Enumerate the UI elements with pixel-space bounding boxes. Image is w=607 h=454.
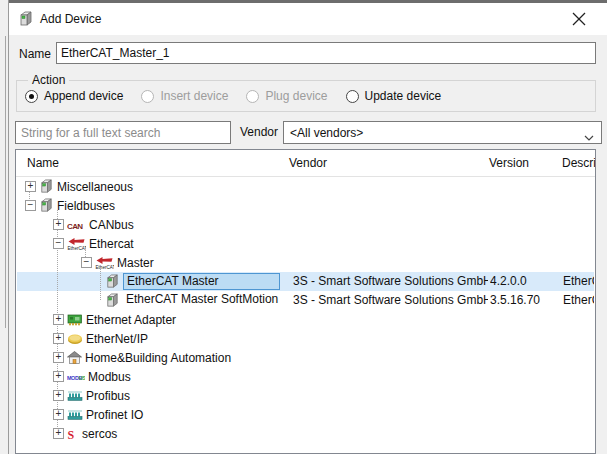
device-name-label: Master xyxy=(117,256,154,270)
add-device-dialog: Add Device Name Action Append deviceInse… xyxy=(8,0,607,454)
tree-row[interactable]: +Miscellaneous xyxy=(17,177,594,196)
name-label: Name xyxy=(19,47,51,61)
tree-row[interactable]: +MODBUSModbus xyxy=(17,367,594,386)
name-cell: −EtherCATMaster xyxy=(81,253,154,272)
svg-text:US: US xyxy=(79,375,85,381)
name-cell: +Home&Building Automation xyxy=(53,348,231,367)
name-cell: +CANCANbus xyxy=(53,215,134,234)
tree-row[interactable]: +Profinet IO xyxy=(17,405,594,424)
tree-row[interactable]: −Fieldbuses xyxy=(17,196,594,215)
chevron-down-icon xyxy=(584,130,594,144)
table-header: NameVendorVersionDescription xyxy=(16,150,595,177)
profibus-icon xyxy=(67,391,83,401)
profinet-icon xyxy=(67,410,83,420)
expand-icon[interactable]: + xyxy=(25,181,36,192)
expand-icon[interactable]: + xyxy=(53,219,64,230)
name-cell: EtherCAT Master SoftMotion xyxy=(105,291,280,310)
dialog-title: Add Device xyxy=(40,3,101,35)
adapter-icon xyxy=(67,313,83,326)
radio-button-icon xyxy=(346,90,359,103)
titlebar: Add Device xyxy=(9,3,607,35)
name-cell: +Ssercos xyxy=(53,424,117,443)
tree-row[interactable]: +CANCANbus xyxy=(17,215,594,234)
device-name-label: EtherNet/IP xyxy=(86,332,148,346)
radio-label: Plug device xyxy=(265,89,327,103)
tree-row[interactable]: +Home&Building Automation xyxy=(17,348,594,367)
tree-row[interactable]: +Ssercos xyxy=(17,424,594,443)
modbus-icon: MODBUS xyxy=(67,372,85,381)
column-header-name[interactable]: Name xyxy=(27,150,59,176)
expand-icon[interactable]: + xyxy=(53,390,64,401)
collapse-icon[interactable]: − xyxy=(81,257,92,268)
radio-label: Append device xyxy=(44,89,123,103)
device-name-label: Ethernet Adapter xyxy=(86,313,176,327)
tree-row[interactable]: +Profibus xyxy=(17,386,594,405)
can-icon: CAN xyxy=(67,220,86,230)
name-cell: +Miscellaneous xyxy=(25,177,133,196)
name-input[interactable] xyxy=(56,42,596,64)
expand-icon[interactable]: + xyxy=(53,428,64,439)
device-name-label: Miscellaneous xyxy=(57,180,133,194)
tree-row[interactable]: −EtherCATMaster xyxy=(17,253,594,272)
vendor-cell: 3S - Smart Software Solutions GmbH xyxy=(293,272,488,291)
vendor-dropdown-value: <All vendors> xyxy=(290,126,363,140)
collapse-icon[interactable]: − xyxy=(25,200,36,211)
name-cell: −EtherCATEthercat xyxy=(53,234,134,253)
ethercat-icon: EtherCAT xyxy=(67,237,86,251)
action-group: Action Append deviceInsert devicePlug de… xyxy=(16,80,596,112)
device-icon xyxy=(18,11,34,27)
device-icon xyxy=(39,179,54,194)
close-icon[interactable] xyxy=(571,11,587,27)
device-icon xyxy=(105,293,120,308)
radio-plug-device: Plug device xyxy=(246,89,327,103)
svg-text:S: S xyxy=(68,427,75,441)
collapse-icon[interactable]: − xyxy=(53,238,64,249)
tree-row-selected[interactable]: EtherCAT Master3S - Smart Software Solut… xyxy=(17,272,594,291)
column-header-vendor[interactable]: Vendor xyxy=(289,150,327,176)
tree-row[interactable]: −EtherCATEthercat xyxy=(17,234,594,253)
column-header-description[interactable]: Description xyxy=(562,150,596,176)
radio-append-device[interactable]: Append device xyxy=(25,89,123,103)
device-name-label: Profibus xyxy=(86,389,130,403)
vendor-label: Vendor xyxy=(240,121,278,144)
version-cell: 4.2.0.0 xyxy=(490,272,558,291)
svg-text:EtherCAT: EtherCAT xyxy=(96,265,115,270)
vendor-cell: 3S - Smart Software Solutions GmbH xyxy=(293,291,488,310)
expand-icon[interactable]: + xyxy=(53,409,64,420)
device-name-label: CANbus xyxy=(89,218,134,232)
radio-button-icon xyxy=(141,90,154,103)
device-name-label: Profinet IO xyxy=(86,408,143,422)
version-cell: 3.5.16.70 xyxy=(490,291,558,310)
name-cell: −Fieldbuses xyxy=(25,196,115,215)
device-name-label: Fieldbuses xyxy=(57,199,115,213)
radio-label: Update device xyxy=(365,89,442,103)
device-name-label: sercos xyxy=(82,427,117,441)
description-cell: EtherCAT xyxy=(563,272,594,291)
expand-icon[interactable]: + xyxy=(53,314,64,325)
svg-text:CAN: CAN xyxy=(67,221,83,230)
tree-row[interactable]: +Ethernet Adapter xyxy=(17,310,594,329)
name-cell: +MODBUSModbus xyxy=(53,367,131,386)
tree-connector-line xyxy=(100,267,101,300)
expand-icon[interactable]: + xyxy=(53,352,64,363)
ethernetip-icon xyxy=(67,333,83,345)
radio-label: Insert device xyxy=(160,89,228,103)
expand-icon[interactable]: + xyxy=(53,333,64,344)
home-icon xyxy=(67,351,82,364)
column-header-version[interactable]: Version xyxy=(489,150,529,176)
ethercat-icon: EtherCAT xyxy=(95,256,114,270)
radio-button-icon xyxy=(25,90,38,103)
device-icon xyxy=(105,274,120,289)
tree-row[interactable]: +EtherNet/IP xyxy=(17,329,594,348)
svg-text:EtherCAT: EtherCAT xyxy=(68,246,87,251)
name-cell: EtherCAT Master xyxy=(105,272,280,291)
device-tree-table: NameVendorVersionDescription +Miscellane… xyxy=(15,149,596,454)
sercos-icon: S xyxy=(67,427,79,441)
tree-row[interactable]: EtherCAT Master SoftMotion3S - Smart Sof… xyxy=(17,291,594,310)
vendor-dropdown[interactable]: <All vendors> xyxy=(283,121,602,144)
device-icon xyxy=(39,198,54,213)
search-input[interactable] xyxy=(15,121,231,144)
radio-update-device[interactable]: Update device xyxy=(346,89,442,103)
expand-icon[interactable]: + xyxy=(53,371,64,382)
name-cell: +Profinet IO xyxy=(53,405,143,424)
